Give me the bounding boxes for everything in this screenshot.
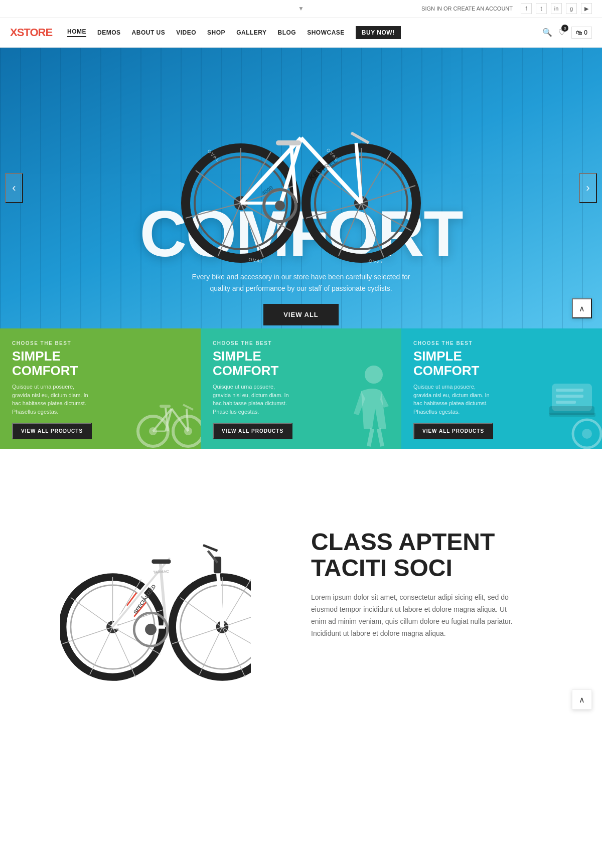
scroll-top-button-about[interactable]: ∧ bbox=[572, 689, 592, 710]
banner-3-button[interactable]: VIEW ALL PRODUCTS bbox=[413, 423, 493, 439]
svg-point-50 bbox=[365, 366, 383, 384]
svg-line-65 bbox=[71, 598, 113, 627]
svg-rect-57 bbox=[556, 401, 576, 404]
banner-3-choose: CHOOSE THE BEST bbox=[413, 340, 592, 346]
svg-line-19 bbox=[361, 203, 411, 231]
svg-rect-56 bbox=[556, 395, 583, 398]
banner-1-choose: CHOOSE THE BEST bbox=[12, 340, 191, 346]
cart-count: 0 bbox=[584, 29, 587, 36]
svg-line-52 bbox=[379, 429, 382, 446]
banner-2-image bbox=[341, 364, 391, 449]
twitter-icon[interactable]: t bbox=[536, 3, 547, 14]
hero-subtitle: Every bike and accessory in our store ha… bbox=[186, 271, 416, 294]
banner-1-desc: Quisque ut urna posuere, gravida nisl eu… bbox=[12, 383, 92, 416]
hero-slider: KESTREL 4000 OVAL OVAL OVAL OVAL COMFORT… bbox=[0, 48, 602, 328]
main-nav: HOME DEMOS ABOUT US VIDEO SHOP GALLERY B… bbox=[67, 26, 542, 39]
about-text-column: CLASS APTENT TACITI SOCI Lorem ipsum dol… bbox=[291, 529, 582, 640]
nav-home[interactable]: HOME bbox=[67, 28, 86, 37]
banner-2-desc: Quisque ut urna posuere, gravida nisl eu… bbox=[213, 383, 293, 416]
banner-2: CHOOSE THE BEST SIMPLE COMFORT Quisque u… bbox=[201, 328, 401, 449]
banner-2-button[interactable]: VIEW ALL PRODUCTS bbox=[213, 423, 292, 439]
nav-video[interactable]: VIDEO bbox=[176, 29, 196, 36]
logo[interactable]: XSTORE bbox=[10, 26, 52, 39]
facebook-icon[interactable]: f bbox=[521, 3, 532, 14]
about-description: Lorem ipsum dolor sit amet, consectetur … bbox=[311, 592, 522, 639]
header-icons: 🔍 ♡ 0 🛍 0 bbox=[542, 27, 592, 39]
svg-line-4 bbox=[196, 170, 241, 203]
svg-line-82 bbox=[222, 580, 251, 627]
nav-gallery[interactable]: GALLERY bbox=[236, 29, 266, 36]
about-title: CLASS APTENT TACITI SOCI bbox=[311, 529, 582, 582]
banner-3-desc: Quisque ut urna posuere, gravida nisl eu… bbox=[413, 383, 494, 416]
top-bar-chevron[interactable]: ▼ bbox=[298, 5, 304, 12]
svg-line-68 bbox=[113, 627, 136, 677]
svg-point-95 bbox=[145, 624, 157, 635]
banner-3: CHOOSE THE BEST SIMPLE COMFORT Quisque u… bbox=[401, 328, 602, 449]
svg-rect-27 bbox=[276, 140, 301, 145]
logo-store: STORE bbox=[17, 26, 52, 39]
svg-rect-55 bbox=[556, 389, 583, 392]
banner-1: CHOOSE THE BEST SIMPLE COMFORT Quisque u… bbox=[0, 328, 201, 449]
top-bar: ▼ SIGN IN OR CREATE AN ACCOUNT f t in g … bbox=[0, 0, 602, 18]
svg-point-59 bbox=[582, 429, 592, 439]
logo-x: X bbox=[10, 26, 17, 39]
banner-2-choose: CHOOSE THE BEST bbox=[213, 340, 391, 346]
hero-bike-image: KESTREL 4000 OVAL OVAL OVAL OVAL bbox=[171, 73, 431, 265]
banner-1-image bbox=[135, 394, 201, 449]
scroll-top-button-hero[interactable]: ∧ bbox=[572, 298, 592, 318]
nav-blog[interactable]: BLOG bbox=[278, 29, 296, 36]
svg-line-93 bbox=[203, 545, 218, 551]
svg-line-29 bbox=[351, 133, 369, 143]
wishlist-badge: 0 bbox=[561, 25, 568, 32]
wishlist-icon[interactable]: ♡ 0 bbox=[558, 28, 565, 37]
youtube-icon[interactable]: ▶ bbox=[581, 3, 592, 14]
svg-line-79 bbox=[222, 627, 245, 677]
view-all-button[interactable]: VIEW ALL bbox=[263, 304, 339, 325]
svg-rect-90 bbox=[152, 560, 171, 564]
about-bike-column: SPECIALIZED TARMAC bbox=[20, 479, 291, 689]
cart-icon[interactable]: 🛍 0 bbox=[571, 27, 592, 39]
svg-line-76 bbox=[180, 598, 222, 627]
nav-demos[interactable]: DEMOS bbox=[97, 29, 121, 36]
svg-text:TARMAC: TARMAC bbox=[153, 569, 170, 575]
svg-line-49 bbox=[183, 405, 193, 410]
nav-showcase[interactable]: SHOWCASE bbox=[307, 29, 345, 36]
about-section: SPECIALIZED TARMAC CLASS APTENT TACITI S… bbox=[0, 449, 602, 720]
nav-shop[interactable]: SHOP bbox=[207, 29, 225, 36]
header: XSTORE HOME DEMOS ABOUT US VIDEO SHOP GA… bbox=[0, 18, 602, 48]
search-icon[interactable]: 🔍 bbox=[542, 28, 552, 37]
cart-bag-icon: 🛍 bbox=[576, 29, 582, 36]
banner-3-image bbox=[547, 374, 602, 449]
svg-rect-47 bbox=[160, 405, 171, 408]
banner-1-button[interactable]: VIEW ALL PRODUCTS bbox=[12, 423, 92, 439]
slider-next-button[interactable]: › bbox=[579, 173, 597, 203]
signin-link[interactable]: SIGN IN OR CREATE AN ACCOUNT bbox=[421, 6, 513, 12]
nav-about[interactable]: ABOUT US bbox=[132, 29, 166, 36]
instagram-icon[interactable]: in bbox=[551, 3, 562, 14]
feature-banners: CHOOSE THE BEST SIMPLE COMFORT Quisque u… bbox=[0, 328, 602, 449]
social-links: f t in g ▶ bbox=[521, 3, 592, 14]
svg-point-72 bbox=[172, 577, 251, 677]
google-icon[interactable]: g bbox=[566, 3, 577, 14]
svg-line-51 bbox=[369, 429, 372, 446]
svg-rect-60 bbox=[549, 413, 595, 417]
svg-point-31 bbox=[275, 201, 285, 211]
banner-1-title: SIMPLE COMFORT bbox=[12, 349, 191, 378]
slider-prev-button[interactable]: ‹ bbox=[5, 173, 23, 203]
nav-buy-now[interactable]: BUY NOW! bbox=[356, 26, 401, 39]
svg-line-85 bbox=[170, 558, 218, 565]
